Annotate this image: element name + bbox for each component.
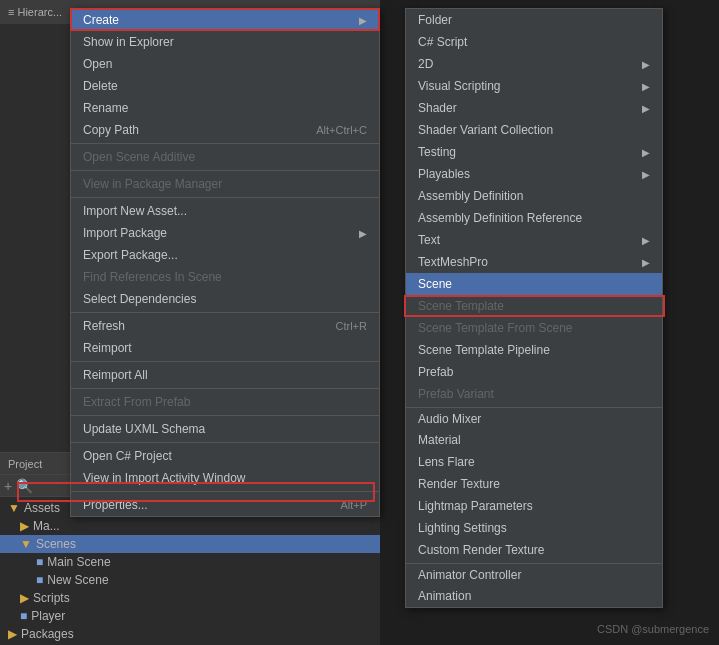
- right-menu-scene-template: Scene Template: [406, 295, 662, 317]
- context-menu-right: Folder C# Script 2D ▶ Visual Scripting ▶…: [405, 8, 663, 608]
- menu-item-export-package[interactable]: Export Package...: [71, 244, 379, 266]
- separator-2: [71, 170, 379, 171]
- right-menu-csharp[interactable]: C# Script: [406, 31, 662, 53]
- menu-item-delete[interactable]: Delete: [71, 75, 379, 97]
- scenes-section: ▼ Scenes: [0, 535, 380, 553]
- right-menu-lighting-settings[interactable]: Lighting Settings: [406, 517, 662, 539]
- plus-icon[interactable]: +: [4, 478, 12, 494]
- scenes-item[interactable]: ▼ Scenes: [0, 535, 380, 553]
- right-menu-assembly-def[interactable]: Assembly Definition: [406, 185, 662, 207]
- open-csharp-label: Open C# Project: [83, 449, 367, 463]
- main-scene-item[interactable]: ■ Main Scene: [0, 553, 380, 571]
- import-package-arrow-icon: ▶: [359, 228, 367, 239]
- right-menu-playables[interactable]: Playables ▶: [406, 163, 662, 185]
- scene-label: Scene: [418, 277, 452, 291]
- watermark-text: CSDN @submergence: [597, 623, 709, 635]
- menu-item-reimport[interactable]: Reimport: [71, 337, 379, 359]
- text-arrow-icon: ▶: [642, 235, 650, 246]
- animator-controller-label: Animator Controller: [418, 568, 521, 582]
- view-import-label: View in Import Activity Window: [83, 471, 367, 485]
- right-menu-shader-variant[interactable]: Shader Variant Collection: [406, 119, 662, 141]
- player-icon: ■: [20, 609, 27, 623]
- show-explorer-label: Show in Explorer: [83, 35, 367, 49]
- lightmap-params-label: Lightmap Parameters: [418, 499, 533, 513]
- menu-item-reimport-all[interactable]: Reimport All: [71, 364, 379, 386]
- menu-item-update-uxml[interactable]: Update UXML Schema: [71, 418, 379, 440]
- player-label: Player: [31, 609, 65, 623]
- material-label: Material: [418, 433, 461, 447]
- copy-path-label: Copy Path: [83, 123, 316, 137]
- right-menu-textmeshpro[interactable]: TextMeshPro ▶: [406, 251, 662, 273]
- separator-7: [71, 415, 379, 416]
- right-menu-custom-render-texture[interactable]: Custom Render Texture: [406, 539, 662, 561]
- properties-shortcut: Alt+P: [340, 499, 367, 511]
- visual-scripting-arrow-icon: ▶: [642, 81, 650, 92]
- shader-arrow-icon: ▶: [642, 103, 650, 114]
- 2d-label: 2D: [418, 57, 433, 71]
- menu-item-rename[interactable]: Rename: [71, 97, 379, 119]
- menu-item-show-explorer[interactable]: Show in Explorer: [71, 31, 379, 53]
- new-scene-icon: ■: [36, 573, 43, 587]
- view-package-label: View in Package Manager: [83, 177, 367, 191]
- refresh-label: Refresh: [83, 319, 336, 333]
- right-menu-folder[interactable]: Folder: [406, 9, 662, 31]
- scene-template-label: Scene Template: [418, 299, 504, 313]
- right-menu-2d[interactable]: 2D ▶: [406, 53, 662, 75]
- main-scene-label: Main Scene: [47, 555, 110, 569]
- assets-folder-icon: ▼: [8, 501, 20, 515]
- packages-item[interactable]: ▶ Packages: [0, 625, 380, 643]
- right-menu-text[interactable]: Text ▶: [406, 229, 662, 251]
- right-menu-assembly-def-ref[interactable]: Assembly Definition Reference: [406, 207, 662, 229]
- menu-item-properties[interactable]: Properties... Alt+P: [71, 494, 379, 516]
- right-menu-visual-scripting[interactable]: Visual Scripting ▶: [406, 75, 662, 97]
- search-icon[interactable]: 🔍: [16, 478, 33, 494]
- menu-item-open-csharp[interactable]: Open C# Project: [71, 445, 379, 467]
- refresh-shortcut: Ctrl+R: [336, 320, 367, 332]
- right-menu-render-texture[interactable]: Render Texture: [406, 473, 662, 495]
- right-menu-animation[interactable]: Animation: [406, 585, 662, 607]
- menu-item-select-dependencies[interactable]: Select Dependencies: [71, 288, 379, 310]
- reimport-label: Reimport: [83, 341, 367, 355]
- menu-item-view-import[interactable]: View in Import Activity Window: [71, 467, 379, 489]
- right-menu-scene[interactable]: Scene: [406, 273, 662, 295]
- menu-item-view-package: View in Package Manager: [71, 173, 379, 195]
- project-panel-title: Project: [8, 458, 42, 470]
- animation-label: Animation: [418, 589, 471, 603]
- right-menu-animator-controller[interactable]: Animator Controller: [406, 563, 662, 585]
- shader-variant-label: Shader Variant Collection: [418, 123, 553, 137]
- lighting-settings-label: Lighting Settings: [418, 521, 507, 535]
- right-menu-lightmap-params[interactable]: Lightmap Parameters: [406, 495, 662, 517]
- scripts-folder-icon: ▶: [20, 591, 29, 605]
- right-menu-scene-template-pipeline[interactable]: Scene Template Pipeline: [406, 339, 662, 361]
- ma-item[interactable]: ▶ Ma...: [0, 517, 380, 535]
- render-texture-label: Render Texture: [418, 477, 500, 491]
- separator-9: [71, 491, 379, 492]
- assembly-def-label: Assembly Definition: [418, 189, 523, 203]
- menu-item-copy-path[interactable]: Copy Path Alt+Ctrl+C: [71, 119, 379, 141]
- menu-item-create[interactable]: Create ▶: [71, 9, 379, 31]
- ma-folder-icon: ▶: [20, 519, 29, 533]
- right-menu-shader[interactable]: Shader ▶: [406, 97, 662, 119]
- csharp-label: C# Script: [418, 35, 467, 49]
- packages-label: Packages: [21, 627, 74, 641]
- assets-label: Assets: [24, 501, 60, 515]
- textmeshpro-label: TextMeshPro: [418, 255, 488, 269]
- new-scene-item[interactable]: ■ New Scene: [0, 571, 380, 589]
- player-item[interactable]: ■ Player: [0, 607, 380, 625]
- right-menu-testing[interactable]: Testing ▶: [406, 141, 662, 163]
- scene-template-from-scene-label: Scene Template From Scene: [418, 321, 573, 335]
- lens-flare-label: Lens Flare: [418, 455, 475, 469]
- scripts-item[interactable]: ▶ Scripts: [0, 589, 380, 607]
- main-scene-icon: ■: [36, 555, 43, 569]
- right-menu-prefab[interactable]: Prefab: [406, 361, 662, 383]
- menu-item-import-new-asset[interactable]: Import New Asset...: [71, 200, 379, 222]
- text-label: Text: [418, 233, 440, 247]
- assets-tree: ▼ Assets ▶ Ma... ▼ Scenes ■ Main Scene ■…: [0, 497, 380, 645]
- right-menu-lens-flare[interactable]: Lens Flare: [406, 451, 662, 473]
- menu-item-refresh[interactable]: Refresh Ctrl+R: [71, 315, 379, 337]
- create-arrow-icon: ▶: [359, 15, 367, 26]
- menu-item-open[interactable]: Open: [71, 53, 379, 75]
- right-menu-material[interactable]: Material: [406, 429, 662, 451]
- right-menu-audio-mixer[interactable]: Audio Mixer: [406, 407, 662, 429]
- menu-item-import-package[interactable]: Import Package ▶: [71, 222, 379, 244]
